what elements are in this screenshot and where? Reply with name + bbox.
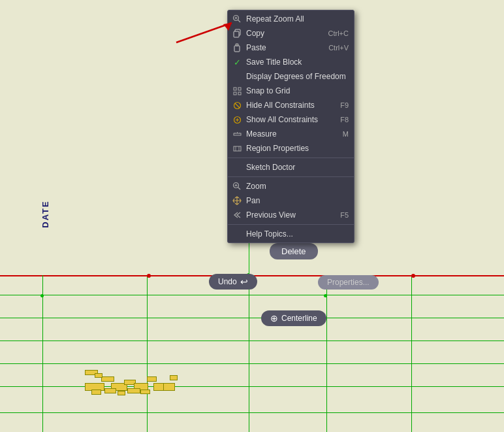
constraint2-icon bbox=[232, 114, 242, 125]
svg-rect-11 bbox=[238, 88, 241, 90]
menu-label-help-topics: Help Topics... bbox=[246, 229, 293, 239]
check-icon: ✓ bbox=[232, 57, 242, 67]
menu-separator-1 bbox=[228, 158, 354, 158]
green-dot-2 bbox=[40, 294, 44, 297]
shortcut-hide-constraints: F9 bbox=[334, 101, 349, 109]
hline-5 bbox=[0, 386, 504, 387]
menu-item-help-topics[interactable]: Help Topics... bbox=[228, 227, 354, 241]
zoom2-icon bbox=[232, 181, 242, 191]
hline-4 bbox=[0, 363, 504, 364]
red-dot-1 bbox=[147, 274, 151, 278]
svg-line-0 bbox=[176, 23, 232, 42]
prevview-icon bbox=[232, 210, 242, 220]
centerline-icon: ⊕ bbox=[270, 313, 278, 324]
svg-line-27 bbox=[238, 188, 241, 190]
menu-label-snap-to-grid: Snap to Grid bbox=[246, 86, 290, 95]
menu-item-display-dof[interactable]: Display Degrees of Freedom bbox=[228, 69, 354, 84]
canvas-area: DATE Repeat Zoom All bbox=[0, 0, 504, 432]
properties-button[interactable]: Properties... bbox=[318, 275, 379, 290]
menu-label-measure: Measure bbox=[246, 129, 277, 139]
vline-1 bbox=[42, 275, 43, 432]
properties-label: Properties... bbox=[327, 278, 370, 287]
menu-item-hide-constraints[interactable]: Hide All Constraints F9 bbox=[228, 98, 354, 112]
menu-label-display-dof: Display Degrees of Freedom bbox=[246, 72, 346, 81]
svg-rect-23 bbox=[234, 146, 241, 151]
undo-button[interactable]: Undo ↩ bbox=[209, 274, 257, 290]
svg-rect-19 bbox=[234, 133, 241, 135]
undo-arrow-icon: ↩ bbox=[240, 276, 248, 287]
menu-label-copy: Copy bbox=[246, 29, 264, 38]
menu-label-save-title-block: Save Title Block bbox=[246, 58, 302, 67]
menu-item-copy[interactable]: Copy Ctrl+C bbox=[228, 26, 354, 41]
menu-item-paste[interactable]: Paste Ctrl+V bbox=[228, 41, 354, 55]
vline-2 bbox=[147, 275, 148, 432]
svg-line-15 bbox=[235, 103, 240, 108]
red-arrow bbox=[170, 16, 242, 51]
menu-label-paste: Paste bbox=[246, 43, 266, 52]
svg-rect-12 bbox=[234, 92, 236, 95]
shortcut-show-constraints: F8 bbox=[334, 116, 349, 124]
centerline-label: Centerline bbox=[281, 314, 317, 323]
menu-item-pan[interactable]: Pan bbox=[228, 193, 354, 208]
yellow-blocks-cluster bbox=[85, 370, 186, 406]
undo-label: Undo bbox=[218, 277, 237, 286]
green-dot-3 bbox=[324, 294, 327, 297]
vline-5 bbox=[411, 275, 412, 432]
bottom-table bbox=[0, 275, 504, 432]
menu-item-region-properties[interactable]: Region Properties bbox=[228, 141, 354, 156]
menu-item-repeat-zoom-all[interactable]: Repeat Zoom All bbox=[228, 12, 354, 26]
date-label: DATE bbox=[40, 200, 50, 227]
menu-item-previous-view[interactable]: Previous View F5 bbox=[228, 208, 354, 222]
menu-separator-2 bbox=[228, 176, 354, 177]
menu-item-sketch-doctor[interactable]: Sketch Doctor bbox=[228, 160, 354, 174]
menu-label-zoom: Zoom bbox=[246, 182, 266, 191]
red-dot-2 bbox=[411, 274, 415, 278]
shortcut-paste: Ctrl+V bbox=[322, 44, 349, 52]
vline-4 bbox=[326, 275, 327, 432]
hline-6 bbox=[0, 412, 504, 413]
context-menu: Repeat Zoom All Copy Ctrl+C Paste Ct bbox=[227, 10, 354, 243]
menu-item-snap-to-grid[interactable]: Snap to Grid bbox=[228, 84, 354, 98]
pan-icon bbox=[232, 195, 242, 206]
menu-item-measure[interactable]: Measure M bbox=[228, 127, 354, 141]
menu-label-pan: Pan bbox=[246, 196, 260, 205]
delete-button[interactable]: Delete bbox=[270, 243, 318, 259]
hline-3 bbox=[0, 341, 504, 341]
menu-label-hide-constraints: Hide All Constraints bbox=[246, 101, 315, 110]
menu-label-sketch-doctor: Sketch Doctor bbox=[246, 163, 295, 172]
region-icon bbox=[232, 143, 242, 154]
hline-1 bbox=[0, 295, 504, 295]
shortcut-copy: Ctrl+C bbox=[322, 29, 349, 37]
centerline-button[interactable]: ⊕ Centerline bbox=[261, 310, 326, 326]
svg-rect-10 bbox=[234, 88, 236, 90]
menu-label-repeat-zoom-all: Repeat Zoom All bbox=[246, 14, 304, 24]
constraint-icon bbox=[232, 100, 242, 110]
grid-icon bbox=[232, 86, 242, 96]
vline-3 bbox=[249, 275, 249, 432]
hline-2 bbox=[0, 318, 504, 318]
svg-marker-1 bbox=[223, 23, 232, 31]
svg-rect-13 bbox=[238, 92, 241, 95]
menu-separator-3 bbox=[228, 224, 354, 225]
menu-item-save-title-block[interactable]: ✓ Save Title Block bbox=[228, 55, 354, 69]
menu-label-show-constraints: Show All Constraints bbox=[246, 115, 318, 124]
shortcut-measure: M bbox=[336, 130, 349, 138]
menu-label-previous-view: Previous View bbox=[246, 210, 296, 220]
menu-label-region-properties: Region Properties bbox=[246, 144, 309, 153]
menu-item-zoom[interactable]: Zoom bbox=[228, 179, 354, 193]
shortcut-previous-view: F5 bbox=[334, 211, 349, 219]
menu-item-show-constraints[interactable]: Show All Constraints F8 bbox=[228, 112, 354, 127]
measure-icon bbox=[232, 129, 242, 139]
